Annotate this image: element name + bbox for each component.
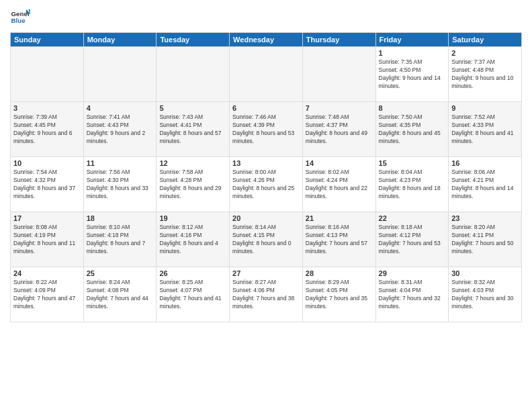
day-number: 13: [232, 159, 300, 167]
calendar-cell: [83, 47, 157, 102]
day-number: 2: [451, 49, 519, 57]
day-info: Sunrise: 7:58 AMSunset: 4:28 PMDaylight:…: [159, 169, 226, 201]
day-number: 27: [232, 269, 300, 277]
day-number: 3: [13, 104, 81, 112]
calendar-cell: 11Sunrise: 7:56 AMSunset: 4:30 PMDayligh…: [83, 157, 157, 212]
day-info: Sunrise: 8:02 AMSunset: 4:24 PMDaylight:…: [306, 169, 373, 201]
day-number: 9: [451, 104, 519, 112]
calendar-cell: 15Sunrise: 8:04 AMSunset: 4:23 PMDayligh…: [375, 157, 449, 212]
day-number: 21: [306, 214, 373, 222]
calendar-cell: 9Sunrise: 7:52 AMSunset: 4:33 PMDaylight…: [449, 102, 522, 157]
calendar-week-row: 1Sunrise: 7:35 AMSunset: 4:50 PMDaylight…: [11, 47, 522, 102]
day-info: Sunrise: 7:56 AMSunset: 4:30 PMDaylight:…: [87, 169, 154, 201]
day-info: Sunrise: 8:31 AMSunset: 4:04 PMDaylight:…: [379, 279, 446, 311]
calendar-cell: 19Sunrise: 8:12 AMSunset: 4:16 PMDayligh…: [157, 212, 230, 267]
day-info: Sunrise: 8:14 AMSunset: 4:15 PMDaylight:…: [232, 224, 300, 256]
logo: General Blue: [10, 7, 30, 27]
calendar-cell: 25Sunrise: 8:24 AMSunset: 4:08 PMDayligh…: [83, 267, 157, 322]
calendar-cell: 30Sunrise: 8:32 AMSunset: 4:03 PMDayligh…: [449, 267, 522, 322]
day-info: Sunrise: 8:22 AMSunset: 4:09 PMDaylight:…: [13, 279, 81, 311]
day-number: 11: [87, 159, 154, 167]
calendar-cell: [11, 47, 84, 102]
day-info: Sunrise: 8:16 AMSunset: 4:13 PMDaylight:…: [306, 224, 373, 256]
calendar-week-row: 24Sunrise: 8:22 AMSunset: 4:09 PMDayligh…: [11, 267, 522, 322]
calendar-cell: 24Sunrise: 8:22 AMSunset: 4:09 PMDayligh…: [11, 267, 84, 322]
day-number: 8: [379, 104, 446, 112]
calendar-cell: 6Sunrise: 7:46 AMSunset: 4:39 PMDaylight…: [230, 102, 303, 157]
day-number: 1: [379, 49, 446, 57]
calendar-cell: 22Sunrise: 8:18 AMSunset: 4:12 PMDayligh…: [375, 212, 449, 267]
page-header: General Blue: [10, 7, 522, 27]
calendar-cell: [302, 47, 375, 102]
day-info: Sunrise: 8:20 AMSunset: 4:11 PMDaylight:…: [451, 224, 519, 256]
weekday-header-wednesday: Wednesday: [230, 33, 303, 47]
day-info: Sunrise: 7:39 AMSunset: 4:45 PMDaylight:…: [13, 113, 81, 146]
day-info: Sunrise: 8:00 AMSunset: 4:26 PMDaylight:…: [232, 169, 300, 201]
calendar-cell: 14Sunrise: 8:02 AMSunset: 4:24 PMDayligh…: [302, 157, 375, 212]
calendar-cell: 13Sunrise: 8:00 AMSunset: 4:26 PMDayligh…: [230, 157, 303, 212]
calendar-cell: 3Sunrise: 7:39 AMSunset: 4:45 PMDaylight…: [11, 102, 84, 157]
calendar-cell: 16Sunrise: 8:06 AMSunset: 4:21 PMDayligh…: [449, 157, 522, 212]
day-info: Sunrise: 8:12 AMSunset: 4:16 PMDaylight:…: [159, 224, 226, 256]
day-number: 5: [159, 104, 226, 112]
calendar-cell: [157, 47, 230, 102]
calendar-cell: 2Sunrise: 7:37 AMSunset: 4:48 PMDaylight…: [449, 47, 522, 102]
day-info: Sunrise: 8:06 AMSunset: 4:21 PMDaylight:…: [451, 169, 519, 201]
day-info: Sunrise: 8:04 AMSunset: 4:23 PMDaylight:…: [379, 169, 446, 201]
calendar-cell: 12Sunrise: 7:58 AMSunset: 4:28 PMDayligh…: [157, 157, 230, 212]
day-number: 30: [451, 269, 519, 277]
day-number: 26: [159, 269, 226, 277]
day-number: 25: [87, 269, 154, 277]
day-number: 22: [379, 214, 446, 222]
calendar-cell: 5Sunrise: 7:43 AMSunset: 4:41 PMDaylight…: [157, 102, 230, 157]
calendar-week-row: 10Sunrise: 7:54 AMSunset: 4:32 PMDayligh…: [11, 157, 522, 212]
calendar-cell: 8Sunrise: 7:50 AMSunset: 4:35 PMDaylight…: [375, 102, 449, 157]
day-number: 12: [159, 159, 226, 167]
day-number: 18: [87, 214, 154, 222]
calendar-cell: 20Sunrise: 8:14 AMSunset: 4:15 PMDayligh…: [230, 212, 303, 267]
logo-icon: General Blue: [10, 7, 30, 27]
day-number: 7: [306, 104, 373, 112]
day-number: 24: [13, 269, 81, 277]
svg-text:Blue: Blue: [11, 17, 26, 24]
weekday-header-tuesday: Tuesday: [157, 33, 230, 47]
day-info: Sunrise: 7:41 AMSunset: 4:43 PMDaylight:…: [87, 113, 154, 146]
calendar-cell: [230, 47, 303, 102]
calendar-week-row: 3Sunrise: 7:39 AMSunset: 4:45 PMDaylight…: [11, 102, 522, 157]
weekday-header-monday: Monday: [83, 33, 157, 47]
day-info: Sunrise: 8:25 AMSunset: 4:07 PMDaylight:…: [159, 279, 226, 311]
day-info: Sunrise: 7:50 AMSunset: 4:35 PMDaylight:…: [379, 113, 446, 146]
calendar-cell: 4Sunrise: 7:41 AMSunset: 4:43 PMDaylight…: [83, 102, 157, 157]
calendar-week-row: 17Sunrise: 8:08 AMSunset: 4:19 PMDayligh…: [11, 212, 522, 267]
day-info: Sunrise: 7:52 AMSunset: 4:33 PMDaylight:…: [451, 113, 519, 146]
day-number: 29: [379, 269, 446, 277]
day-number: 15: [379, 159, 446, 167]
calendar-cell: 1Sunrise: 7:35 AMSunset: 4:50 PMDaylight…: [375, 47, 449, 102]
calendar-cell: 18Sunrise: 8:10 AMSunset: 4:18 PMDayligh…: [83, 212, 157, 267]
day-number: 17: [13, 214, 81, 222]
day-info: Sunrise: 7:43 AMSunset: 4:41 PMDaylight:…: [159, 113, 226, 146]
day-number: 16: [451, 159, 519, 167]
day-info: Sunrise: 7:48 AMSunset: 4:37 PMDaylight:…: [306, 113, 373, 146]
day-info: Sunrise: 8:29 AMSunset: 4:05 PMDaylight:…: [306, 279, 373, 311]
calendar-cell: 10Sunrise: 7:54 AMSunset: 4:32 PMDayligh…: [11, 157, 84, 212]
weekday-header-thursday: Thursday: [302, 33, 375, 47]
day-info: Sunrise: 8:32 AMSunset: 4:03 PMDaylight:…: [451, 279, 519, 311]
day-number: 14: [306, 159, 373, 167]
calendar-cell: 29Sunrise: 8:31 AMSunset: 4:04 PMDayligh…: [375, 267, 449, 322]
calendar-cell: 23Sunrise: 8:20 AMSunset: 4:11 PMDayligh…: [449, 212, 522, 267]
day-info: Sunrise: 7:35 AMSunset: 4:50 PMDaylight:…: [379, 58, 446, 91]
day-info: Sunrise: 7:37 AMSunset: 4:48 PMDaylight:…: [451, 58, 519, 91]
day-number: 10: [13, 159, 81, 167]
day-info: Sunrise: 8:24 AMSunset: 4:08 PMDaylight:…: [87, 279, 154, 311]
weekday-header-saturday: Saturday: [449, 33, 522, 47]
day-info: Sunrise: 8:18 AMSunset: 4:12 PMDaylight:…: [379, 224, 446, 256]
calendar-cell: 26Sunrise: 8:25 AMSunset: 4:07 PMDayligh…: [157, 267, 230, 322]
day-number: 4: [87, 104, 154, 112]
day-info: Sunrise: 8:27 AMSunset: 4:06 PMDaylight:…: [232, 279, 300, 311]
day-info: Sunrise: 7:46 AMSunset: 4:39 PMDaylight:…: [232, 113, 300, 146]
calendar-table: SundayMondayTuesdayWednesdayThursdayFrid…: [10, 32, 522, 322]
calendar-cell: 21Sunrise: 8:16 AMSunset: 4:13 PMDayligh…: [302, 212, 375, 267]
calendar-cell: 7Sunrise: 7:48 AMSunset: 4:37 PMDaylight…: [302, 102, 375, 157]
day-number: 19: [159, 214, 226, 222]
